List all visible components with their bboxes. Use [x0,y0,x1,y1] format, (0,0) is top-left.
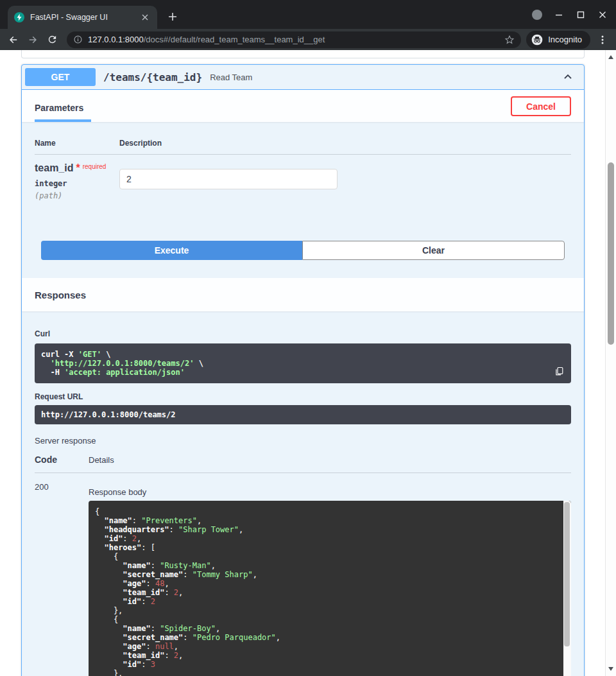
tab-parameters[interactable]: Parameters [35,103,91,122]
browser-toolbar: 127.0.0.1:8000/docs#/default/read_team_t… [0,29,616,50]
response-table-header: Code Details [35,455,571,473]
tab-title: FastAPI - Swagger UI [30,13,133,22]
status-code: 200 [35,482,89,676]
parameter-description-cell [119,162,571,200]
parameter-row: team_id*required integer (path) [35,155,571,200]
clear-button[interactable]: Clear [302,241,565,260]
cancel-button[interactable]: Cancel [511,96,571,116]
parameter-name-cell: team_id*required integer (path) [35,162,119,200]
http-method-badge: GET [25,68,96,86]
previous-block-partial [21,50,585,58]
response-details-cell: Response body { "name": "Preventers", "h… [89,482,571,676]
forward-button[interactable] [23,31,42,49]
new-tab-button[interactable] [164,8,181,25]
curl-label: Curl [35,329,571,338]
server-response-label: Server response [35,436,571,446]
page-scrollbar-track[interactable] [605,50,616,676]
maximize-button[interactable] [570,0,592,29]
parameters-table-header: Name Description [35,134,571,155]
menu-icon[interactable] [593,31,612,49]
address-bar[interactable]: 127.0.0.1:8000/docs#/default/read_team_t… [67,31,521,48]
tab-close-icon[interactable] [139,12,151,23]
parameter-location: (path) [35,191,119,200]
request-url-label: Request URL [35,392,571,401]
browser-tab[interactable]: FastAPI - Swagger UI [8,6,157,29]
reload-button[interactable] [42,31,62,49]
browser-badge-icon[interactable] [526,0,548,29]
code-column-header: Code [35,455,89,465]
opblock-summary[interactable]: GET /teams/{team_id} Read Team [22,65,584,90]
response-body-code: { "name": "Preventers", "headquarters": … [89,501,571,676]
name-column-header: Name [35,139,119,148]
execute-button-group: Execute Clear [41,241,565,260]
page-scrollbar-thumb[interactable] [608,162,614,345]
scroll-down-icon[interactable] [606,664,616,674]
responses-section-header: Responses [22,278,584,311]
chevron-up-icon[interactable] [561,71,574,83]
incognito-label: Incognito [548,35,582,44]
team-id-input[interactable] [119,169,338,189]
parameters-body: Name Description team_id*required intege… [22,122,584,278]
curl-command-block: curl -X 'GET' \ 'http://127.0.0.1:8000/t… [35,343,571,383]
endpoint-summary: Read Team [210,73,252,82]
swagger-page: GET /teams/{team_id} Read Team Parameter… [0,50,616,676]
execute-button[interactable]: Execute [41,241,302,260]
request-url-block: http://127.0.0.1:8000/teams/2 [35,405,571,424]
description-column-header: Description [119,139,571,148]
response-scrollbar-track[interactable] [563,501,571,676]
back-button[interactable] [4,31,23,49]
opblock-get-read-team: GET /teams/{team_id} Read Team Parameter… [21,64,585,676]
copy-icon[interactable] [552,365,565,377]
fastapi-favicon-icon [14,12,24,22]
page-content: GET /teams/{team_id} Read Team Parameter… [0,50,605,676]
endpoint-path: /teams/{team_id} [103,71,202,83]
url-host: 127.0.0.1:8000 [88,35,144,44]
bookmark-star-icon[interactable] [504,35,515,45]
close-button[interactable] [592,0,613,29]
incognito-badge: Incognito [526,31,590,49]
window-controls [526,0,613,29]
scroll-up-icon[interactable] [606,52,616,62]
parameters-section-header: Parameters Cancel [22,90,584,122]
required-label: required [83,163,107,170]
parameter-name: team_id [35,162,73,173]
minimize-button[interactable] [548,0,570,29]
parameter-type: integer [35,179,119,188]
url-path: /docs#/default/read_team_teams__team_id_… [144,35,325,44]
details-column-header: Details [89,455,571,465]
response-row: 200 Response body { "name": "Preventers"… [35,473,571,676]
response-scrollbar-thumb[interactable] [564,502,570,646]
site-info-icon[interactable] [73,35,83,44]
incognito-icon [531,33,543,46]
url-text: 127.0.0.1:8000/docs#/default/read_team_t… [88,35,499,44]
response-body-label: Response body [89,487,571,497]
responses-title: Responses [35,290,86,300]
tab-strip: FastAPI - Swagger UI [0,0,616,29]
required-star: * [76,162,80,173]
responses-body: Curl curl -X 'GET' \ 'http://127.0.0.1:8… [22,311,584,676]
